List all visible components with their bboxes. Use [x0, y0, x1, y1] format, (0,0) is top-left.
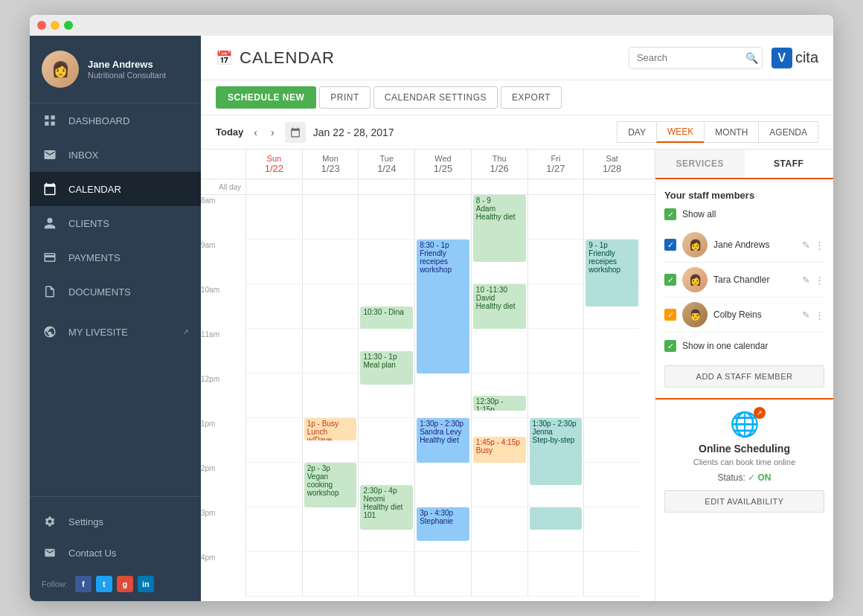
- grid-cell-day2-slot2[interactable]: 10:30 - Dina: [358, 284, 414, 329]
- calendar-event[interactable]: 1p - Busy Lunch w/Dave: [304, 418, 357, 440]
- facebook-icon[interactable]: f: [75, 576, 92, 592]
- grid-cell-day1-slot2[interactable]: [302, 284, 359, 329]
- next-week-button[interactable]: ›: [268, 125, 277, 140]
- export-button[interactable]: EXPORT: [501, 86, 562, 109]
- grid-cell-day0-slot0[interactable]: [246, 195, 302, 240]
- grid-cell-day0-slot7[interactable]: [246, 507, 302, 552]
- grid-cell-day3-slot0[interactable]: [414, 195, 471, 240]
- grid-cell-day3-slot6[interactable]: [414, 463, 471, 507]
- sidebar-item-settings[interactable]: Settings: [42, 506, 189, 537]
- agenda-view-button[interactable]: AGENDA: [758, 121, 818, 143]
- show-all-checkbox[interactable]: ✓: [664, 208, 676, 220]
- calendar-event[interactable]: 11:30 - 1p Meal plan: [360, 351, 413, 385]
- sidebar-item-inbox[interactable]: INBOX: [30, 138, 201, 172]
- grid-cell-day6-slot5[interactable]: [583, 418, 640, 463]
- grid-cell-day5-slot8[interactable]: [527, 552, 584, 597]
- grid-cell-day6-slot1[interactable]: 9 - 1p Friendly receipes workshop: [583, 240, 640, 284]
- maximize-dot[interactable]: [64, 21, 73, 30]
- grid-cell-day4-slot3[interactable]: [471, 329, 527, 373]
- calendar-event[interactable]: 1:45p - 4:15p Busy: [473, 437, 526, 463]
- grid-cell-day1-slot1[interactable]: [302, 240, 359, 284]
- grid-cell-day0-slot5[interactable]: [246, 418, 302, 463]
- calendar-event[interactable]: 3p - 4:30p Stephanie: [417, 507, 469, 541]
- grid-cell-day1-slot6[interactable]: 2p - 3p Vegan cooking workshop: [302, 463, 359, 507]
- grid-cell-day1-slot3[interactable]: [302, 329, 359, 373]
- grid-cell-day0-slot8[interactable]: [246, 552, 302, 597]
- grid-cell-day3-slot8[interactable]: [414, 552, 471, 597]
- services-tab[interactable]: SERVICES: [655, 150, 745, 178]
- grid-cell-day6-slot8[interactable]: [583, 552, 640, 597]
- grid-cell-day1-slot8[interactable]: [302, 552, 359, 597]
- staff-tab[interactable]: STAFF: [745, 150, 834, 178]
- grid-cell-day4-slot7[interactable]: [471, 507, 527, 552]
- grid-cell-day6-slot4[interactable]: [583, 373, 640, 418]
- grid-cell-day1-slot4[interactable]: [302, 373, 359, 418]
- grid-cell-day2-slot1[interactable]: [358, 240, 414, 284]
- grid-cell-day2-slot8[interactable]: [358, 552, 414, 597]
- grid-cell-day5-slot5[interactable]: 1:30p - 2:30p Jenna Step-by-step: [527, 418, 584, 463]
- tara-edit-icon[interactable]: ✎: [802, 275, 810, 286]
- sidebar-item-dashboard[interactable]: DASHBOARD: [30, 103, 201, 138]
- tara-checkbox[interactable]: ✓: [664, 274, 676, 286]
- grid-cell-day4-slot6[interactable]: [471, 463, 527, 507]
- calendar-settings-button[interactable]: CALENDAR SETTINGS: [373, 86, 498, 109]
- schedule-new-button[interactable]: SCHEDULE NEW: [216, 86, 316, 109]
- calendar-event[interactable]: 9 - 1p Friendly receipes workshop: [586, 240, 638, 307]
- grid-cell-day4-slot5[interactable]: 1:45p - 4:15p Busy: [471, 418, 527, 463]
- grid-cell-day0-slot6[interactable]: [246, 463, 302, 507]
- month-view-button[interactable]: MONTH: [704, 121, 758, 143]
- sidebar-item-documents[interactable]: DOCUMENTS: [30, 275, 201, 309]
- googleplus-icon[interactable]: g: [117, 576, 133, 592]
- grid-cell-day0-slot2[interactable]: [246, 284, 302, 329]
- grid-cell-day5-slot4[interactable]: [527, 373, 584, 418]
- calendar-event[interactable]: 1:30p - 2:30p Sandra Levy Healthy diet: [417, 418, 469, 463]
- jane-more-icon[interactable]: ⋮: [815, 240, 824, 251]
- grid-cell-day5-slot0[interactable]: [527, 195, 584, 240]
- show-one-calendar-row[interactable]: ✓ Show in one calendar: [664, 333, 824, 359]
- grid-cell-day1-slot0[interactable]: [302, 195, 359, 240]
- grid-cell-day4-slot4[interactable]: 12:30p - 1:15p Lunch: [471, 373, 527, 418]
- calendar-event[interactable]: 8:30 - 1p Friendly receipes workshop: [417, 240, 469, 373]
- minimize-dot[interactable]: [51, 21, 60, 30]
- grid-cell-day0-slot1[interactable]: [246, 240, 302, 284]
- grid-cell-day6-slot3[interactable]: [583, 329, 640, 373]
- sidebar-item-calendar[interactable]: CALENDAR: [30, 172, 201, 206]
- sidebar-item-clients[interactable]: CLIENTS: [30, 206, 201, 240]
- grid-cell-day2-slot6[interactable]: 2:30p - 4p Neomi Healthy diet 101: [358, 463, 414, 507]
- colby-more-icon[interactable]: ⋮: [815, 309, 824, 321]
- grid-cell-day3-slot1[interactable]: 8:30 - 1p Friendly receipes workshop: [414, 240, 471, 284]
- today-button[interactable]: Today: [216, 126, 243, 138]
- grid-cell-day3-slot7[interactable]: 3p - 4:30p Stephanie: [414, 507, 471, 552]
- close-dot[interactable]: [37, 21, 46, 30]
- add-staff-button[interactable]: ADD A STAFF MEMBER: [664, 365, 824, 388]
- grid-cell-day5-slot1[interactable]: [527, 240, 584, 284]
- grid-cell-day2-slot5[interactable]: [358, 418, 414, 463]
- grid-cell-day4-slot8[interactable]: [471, 552, 527, 597]
- jane-checkbox[interactable]: ✓: [664, 239, 676, 251]
- show-one-cal-checkbox[interactable]: ✓: [664, 340, 676, 352]
- grid-cell-day4-slot0[interactable]: 8 - 9 Adam Healthy diet: [471, 195, 527, 240]
- grid-cell-day5-slot2[interactable]: [527, 284, 584, 329]
- tara-more-icon[interactable]: ⋮: [815, 275, 824, 286]
- calendar-event[interactable]: 1:30p - 2:30p Jenna Step-by-step: [530, 418, 583, 485]
- jane-edit-icon[interactable]: ✎: [802, 240, 810, 251]
- grid-cell-day1-slot5[interactable]: 1p - Busy Lunch w/Dave: [302, 418, 359, 463]
- grid-cell-day6-slot0[interactable]: [583, 195, 640, 240]
- colby-checkbox[interactable]: ✓: [664, 309, 676, 321]
- search-input[interactable]: [637, 52, 741, 63]
- show-all-checkbox-row[interactable]: ✓ Show all: [664, 208, 824, 220]
- calendar-event[interactable]: 10:30 - Dina: [360, 307, 413, 329]
- twitter-icon[interactable]: t: [96, 576, 112, 592]
- week-view-button[interactable]: WEEK: [656, 121, 704, 143]
- calendar-event[interactable]: 12:30p - 1:15p Lunch: [473, 396, 526, 411]
- calendar-event[interactable]: 2:30p - 4p Neomi Healthy diet 101: [360, 485, 413, 530]
- print-button[interactable]: PRINT: [319, 86, 370, 109]
- linkedin-icon[interactable]: in: [138, 576, 154, 592]
- grid-cell-day2-slot0[interactable]: [358, 195, 414, 240]
- prev-week-button[interactable]: ‹: [251, 125, 260, 140]
- grid-cell-day1-slot7[interactable]: [302, 507, 359, 552]
- grid-cell-day5-slot7[interactable]: [527, 507, 584, 552]
- grid-cell-day0-slot3[interactable]: [246, 329, 302, 373]
- day-view-button[interactable]: DAY: [617, 121, 656, 143]
- grid-cell-day6-slot7[interactable]: [583, 507, 640, 552]
